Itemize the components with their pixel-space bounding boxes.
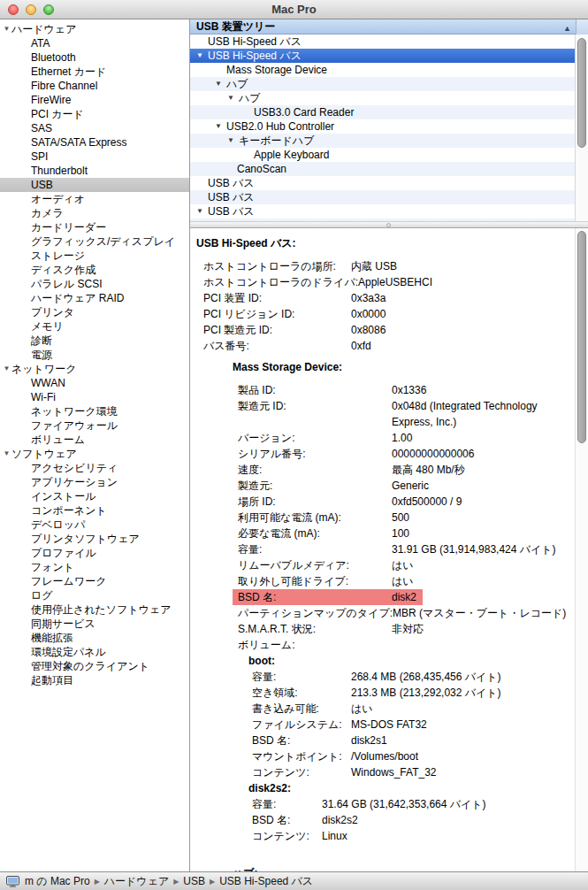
details-row: 書き込み可能:はい	[190, 701, 588, 717]
tree-row[interactable]: Mass Storage Device	[190, 63, 588, 77]
details-spacer	[190, 251, 588, 258]
sidebar-item[interactable]: アクセシビリティ	[0, 461, 189, 475]
tree-row[interactable]: ▼ハブ	[190, 77, 588, 91]
tree-row[interactable]: USB バス	[190, 190, 588, 204]
sidebar-item[interactable]: ネットワーク環境	[0, 404, 189, 418]
tree-scrollbar-thumb[interactable]	[577, 38, 586, 148]
disclosure-triangle-icon[interactable]: ▼	[196, 204, 208, 219]
details-row: ホストコントローラの場所:内蔵 USB	[190, 258, 588, 274]
details-label: コンテンツ:	[252, 764, 351, 780]
tree-row[interactable]: USB バス	[190, 176, 588, 190]
sidebar-item[interactable]: 同期サービス	[0, 617, 189, 631]
tree-column-header[interactable]: USB 装置ツリー ▲	[190, 19, 588, 35]
sidebar-item[interactable]: 機能拡張	[0, 631, 189, 645]
sidebar-item[interactable]: 電源	[0, 348, 189, 362]
details-value: 1.00	[392, 430, 412, 446]
sidebar-item[interactable]: SAS	[0, 121, 189, 135]
sidebar-group-header[interactable]: ▼ネットワーク	[0, 362, 189, 376]
disclosure-triangle-icon[interactable]: ▼	[196, 49, 208, 63]
details-value: 268.4 MB (268,435,456 バイト)	[351, 669, 501, 685]
tree-row[interactable]: ▼USB バス	[190, 204, 588, 219]
sidebar-item[interactable]: アプリケーション	[0, 475, 189, 489]
tree-row-label: ハブ	[226, 77, 248, 91]
tree-row[interactable]: ▼ハブ	[190, 91, 588, 105]
sidebar-item[interactable]: FireWire	[0, 93, 189, 107]
details-label: 取り外し可能ドライブ:	[238, 573, 392, 589]
sidebar-item[interactable]: 診断	[0, 334, 189, 348]
sidebar-item[interactable]: ファイアウォール	[0, 418, 189, 433]
disclosure-triangle-icon[interactable]: ▼	[0, 22, 11, 36]
disclosure-triangle-icon[interactable]: ▼	[0, 447, 11, 461]
system-information-window: Mac Pro ▼ハードウェアATABluetoothEthernet カードF…	[0, 0, 588, 890]
sidebar-item[interactable]: プロファイル	[0, 546, 189, 560]
tree-row[interactable]: CanoScan	[190, 162, 588, 176]
sidebar-item[interactable]: パラレル SCSI	[0, 277, 189, 291]
sidebar-item[interactable]: SATA/SATA Express	[0, 135, 189, 150]
details-scrollbar-thumb[interactable]	[577, 231, 586, 443]
breadcrumb-item[interactable]: USB	[183, 875, 205, 887]
sidebar-item[interactable]: 管理対象のクライアント	[0, 659, 189, 673]
sidebar-item[interactable]: ストレージ	[0, 249, 189, 263]
sidebar-item[interactable]: WWAN	[0, 376, 189, 390]
sidebar-item[interactable]: カメラ	[0, 206, 189, 220]
breadcrumb-item[interactable]: USB Hi-Speed バス	[219, 875, 313, 887]
sidebar-item[interactable]: フレームワーク	[0, 574, 189, 588]
breadcrumb-item[interactable]: ハードウェア	[104, 875, 169, 887]
sidebar-item[interactable]: グラフィックス/ディスプレイ	[0, 234, 189, 249]
sidebar-group-header[interactable]: ▼ハードウェア	[0, 22, 189, 36]
details-label: 場所 ID:	[238, 494, 392, 510]
details-label: マウントポイント:	[252, 748, 351, 764]
tree-row[interactable]: ▼キーボードハブ	[190, 134, 588, 148]
tree-scrollbar[interactable]	[575, 35, 588, 221]
sidebar-item[interactable]: 使用停止されたソフトウェア	[0, 602, 189, 617]
sidebar-item[interactable]: メモリ	[0, 319, 189, 334]
disclosure-triangle-icon[interactable]: ▼	[215, 77, 226, 91]
minimize-button[interactable]	[26, 4, 36, 15]
tree-row[interactable]: USB3.0 Card Reader	[190, 105, 588, 119]
sidebar-item[interactable]: Ethernet カード	[0, 65, 189, 79]
breadcrumb-item[interactable]: m の Mac Pro	[25, 875, 90, 887]
splitter-dimple-icon	[386, 223, 391, 227]
details-value: AppleUSBEHCI	[358, 274, 432, 290]
sidebar-item[interactable]: オーディオ	[0, 192, 189, 206]
sidebar-item[interactable]: コンポーネント	[0, 503, 189, 518]
details-label: 必要な電流 (mA):	[238, 526, 392, 541]
details-scrollbar[interactable]	[575, 228, 588, 871]
sidebar-item[interactable]: プリンタ	[0, 305, 189, 319]
sidebar-item[interactable]: SPI	[0, 150, 189, 164]
disclosure-triangle-icon[interactable]: ▼	[0, 362, 11, 376]
sidebar-item[interactable]: 起動項目	[0, 673, 189, 687]
sidebar-item[interactable]: ログ	[0, 588, 189, 602]
sidebar-item[interactable]: ディスク作成	[0, 263, 189, 277]
sidebar-group-header[interactable]: ▼ソフトウェア	[0, 447, 189, 461]
sidebar-item[interactable]: PCI カード	[0, 107, 189, 121]
disclosure-triangle-icon[interactable]: ▼	[227, 91, 239, 105]
title-bar[interactable]: Mac Pro	[0, 0, 588, 19]
sidebar-item[interactable]: プリンタソフトウェア	[0, 532, 189, 546]
sidebar-item[interactable]: Wi-Fi	[0, 390, 189, 404]
disclosure-triangle-icon[interactable]: ▼	[227, 134, 239, 148]
sidebar-item[interactable]: Bluetooth	[0, 50, 189, 65]
tree-row[interactable]: ▼USB Hi-Speed バス	[190, 49, 588, 63]
sidebar-item[interactable]: 環境設定パネル	[0, 645, 189, 659]
close-button[interactable]	[8, 4, 19, 15]
sidebar-item[interactable]: デベロッパ	[0, 518, 189, 532]
tree-row[interactable]: Apple Keyboard	[190, 148, 588, 162]
disclosure-triangle-icon[interactable]: ▼	[215, 119, 226, 134]
tree-row[interactable]: ▼USB2.0 Hub Controller	[190, 119, 588, 134]
sidebar-item[interactable]: カードリーダー	[0, 220, 189, 234]
details-row: 製造元 ID:0x048d (Integrated Technology Exp…	[190, 398, 588, 430]
sidebar-item[interactable]: ハードウェア RAID	[0, 291, 189, 305]
sidebar-item[interactable]: インストール	[0, 489, 189, 503]
sidebar-item[interactable]: ATA	[0, 36, 189, 50]
sidebar-item[interactable]: ボリューム	[0, 433, 189, 447]
zoom-button[interactable]	[43, 4, 54, 15]
sidebar-item[interactable]: USB	[0, 178, 189, 192]
sidebar-item[interactable]: Thunderbolt	[0, 164, 189, 178]
tree-row[interactable]: USB Hi-Speed バス	[190, 35, 588, 49]
details-row: 容量:268.4 MB (268,435,456 バイト)	[190, 669, 588, 685]
pane-splitter[interactable]	[190, 221, 588, 228]
sidebar-item[interactable]: Fibre Channel	[0, 79, 189, 93]
sort-ascending-icon: ▲	[563, 21, 571, 35]
sidebar-item[interactable]: フォント	[0, 560, 189, 574]
